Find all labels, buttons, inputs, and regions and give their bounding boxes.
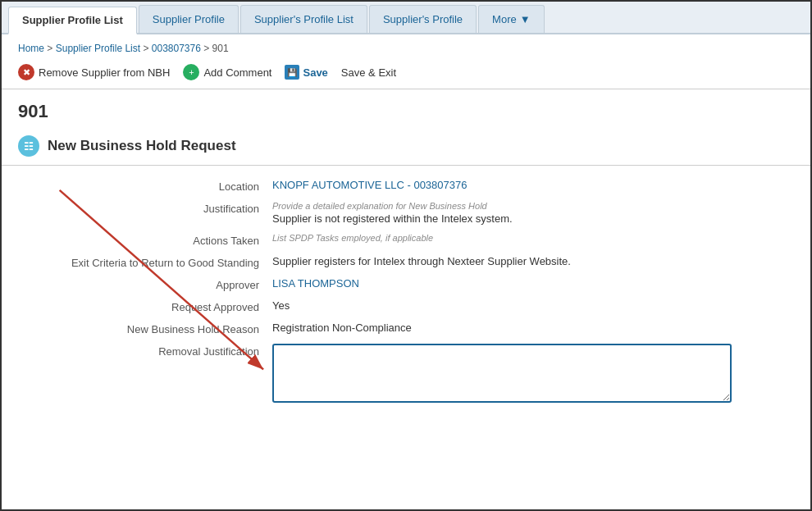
request-approved-label: Request Approved bbox=[18, 299, 272, 313]
breadcrumb: Home > Supplier Profile List > 003807376… bbox=[2, 34, 810, 59]
removal-justification-label: Removal Justification bbox=[18, 344, 272, 358]
actions-taken-hint: List SPDP Tasks employed, if applicable bbox=[272, 233, 794, 243]
tab-bar: Supplier Profile List Supplier Profile S… bbox=[2, 2, 810, 34]
tab-supplier-profile[interactable]: Supplier Profile bbox=[139, 5, 239, 33]
add-comment-button[interactable]: + Add Comment bbox=[183, 64, 271, 80]
removal-justification-input[interactable] bbox=[272, 344, 732, 403]
approver-value: LISA THOMPSON bbox=[272, 277, 794, 290]
save-icon: 💾 bbox=[285, 65, 299, 80]
actions-taken-label: Actions Taken bbox=[18, 233, 272, 247]
tab-suppliers-profile-list[interactable]: Supplier's Profile List bbox=[240, 5, 367, 33]
breadcrumb-id2: 901 bbox=[212, 43, 229, 54]
exit-criteria-label: Exit Criteria to Return to Good Standing bbox=[18, 255, 272, 269]
form-container: Location KNOPF AUTOMOTIVE LLC - 00380737… bbox=[2, 166, 810, 427]
tab-suppliers-profile[interactable]: Supplier's Profile bbox=[369, 5, 477, 33]
location-value: KNOPF AUTOMOTIVE LLC - 003807376 bbox=[272, 179, 794, 191]
save-label: Save bbox=[303, 66, 327, 79]
remove-supplier-label: Remove Supplier from NBH bbox=[39, 66, 170, 79]
remove-supplier-icon: ✖ bbox=[18, 64, 34, 80]
approver-link[interactable]: LISA THOMPSON bbox=[272, 277, 359, 290]
justification-hint: Provide a detailed explanation for New B… bbox=[272, 201, 794, 211]
removal-justification-row: Removal Justification bbox=[18, 344, 794, 405]
section-icon: ☷ bbox=[18, 135, 39, 157]
breadcrumb-id1[interactable]: 003807376 bbox=[152, 43, 201, 54]
exit-criteria-row: Exit Criteria to Return to Good Standing… bbox=[18, 255, 794, 269]
toolbar: ✖ Remove Supplier from NBH + Add Comment… bbox=[2, 59, 810, 89]
add-comment-icon: + bbox=[183, 64, 199, 80]
remove-supplier-button[interactable]: ✖ Remove Supplier from NBH bbox=[18, 64, 170, 80]
page-title: 901 bbox=[2, 89, 810, 129]
breadcrumb-list[interactable]: Supplier Profile List bbox=[56, 43, 140, 54]
nbh-reason-row: New Business Hold Reason Registration No… bbox=[18, 322, 794, 335]
save-exit-button[interactable]: Save & Exit bbox=[341, 66, 396, 79]
justification-value: Provide a detailed explanation for New B… bbox=[272, 201, 794, 225]
location-row: Location KNOPF AUTOMOTIVE LLC - 00380737… bbox=[18, 179, 794, 193]
location-label: Location bbox=[18, 179, 272, 193]
actions-taken-row: Actions Taken List SPDP Tasks employed, … bbox=[18, 233, 794, 247]
justification-label: Justification bbox=[18, 201, 272, 215]
request-approved-value: Yes bbox=[272, 299, 794, 312]
approver-row: Approver LISA THOMPSON bbox=[18, 277, 794, 291]
section-title: New Business Hold Request bbox=[48, 138, 236, 154]
location-link[interactable]: KNOPF AUTOMOTIVE LLC - 003807376 bbox=[272, 179, 467, 191]
justification-text: Supplier is not registered within the In… bbox=[272, 212, 794, 225]
approver-label: Approver bbox=[18, 277, 272, 291]
exit-criteria-value: Supplier registers for Intelex through N… bbox=[272, 255, 794, 267]
justification-row: Justification Provide a detailed explana… bbox=[18, 201, 794, 225]
save-button[interactable]: 💾 Save bbox=[285, 65, 327, 80]
actions-taken-value: List SPDP Tasks employed, if applicable bbox=[272, 233, 794, 244]
chevron-down-icon: ▼ bbox=[520, 13, 531, 25]
tab-more[interactable]: More ▼ bbox=[478, 5, 545, 33]
breadcrumb-home[interactable]: Home bbox=[18, 43, 44, 54]
removal-justification-value bbox=[272, 344, 794, 405]
nbh-reason-value: Registration Non-Compliance bbox=[272, 322, 794, 334]
section-header: ☷ New Business Hold Request bbox=[2, 129, 810, 166]
add-comment-label: Add Comment bbox=[203, 66, 271, 79]
nbh-reason-label: New Business Hold Reason bbox=[18, 322, 272, 335]
tab-supplier-profile-list[interactable]: Supplier Profile List bbox=[8, 7, 137, 34]
request-approved-row: Request Approved Yes bbox=[18, 299, 794, 313]
